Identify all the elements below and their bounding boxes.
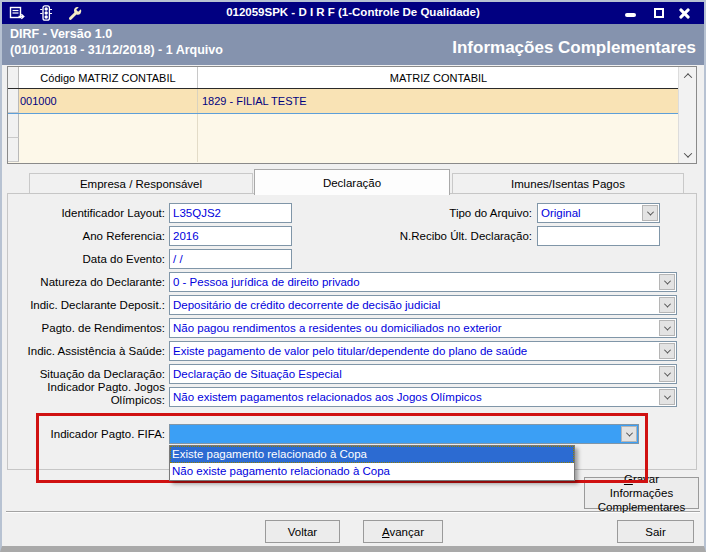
fifa-option-existe[interactable]: Existe pagamento relacionado à Copa [170, 446, 574, 463]
n-recibo-field[interactable] [537, 226, 660, 246]
close-icon[interactable] [677, 6, 692, 20]
chevron-up-icon[interactable] [679, 67, 696, 84]
chevron-down-icon[interactable] [659, 274, 675, 290]
indicador-pagto-jogos-label: Indicador Pagto. Jogos Olímpicos: [20, 381, 165, 407]
grid-header-row: Código MATRIZ CONTABIL MATRIZ CONTABIL [8, 67, 679, 89]
chevron-down-icon[interactable] [621, 426, 637, 442]
cell-codigo: 001000 [19, 89, 198, 113]
tipo-arquivo-label: Tipo do Arquivo: [332, 203, 532, 223]
minimize-icon[interactable] [623, 6, 638, 20]
fifa-option-nao-existe[interactable]: Não existe pagamento relacionado à Copa [170, 463, 574, 480]
header-band: DIRF - Versão 1.0 (01/01/2018 - 31/12/20… [2, 24, 704, 65]
situacao-declaracao-combobox[interactable]: Declaração de Situação Especial [169, 364, 677, 384]
ano-referencia-label: Ano Referencia: [20, 226, 165, 246]
gravar-informacoes-button[interactable]: Gravar Informações Complementares [584, 477, 699, 509]
tipo-arquivo-combobox[interactable]: Original [537, 203, 660, 223]
voltar-button[interactable]: Voltar [265, 520, 340, 543]
row-indicator [8, 114, 19, 138]
cell-matriz: 1829 - FILIAL TESTE [198, 89, 679, 113]
sair-button[interactable]: Sair [617, 520, 694, 543]
form-icon[interactable] [8, 5, 26, 21]
avancar-button[interactable]: Avançar [363, 520, 443, 543]
natureza-declarante-combobox[interactable]: 0 - Pessoa jurídica de direito privado [169, 272, 677, 292]
chevron-down-icon[interactable] [642, 205, 658, 221]
indic-assistencia-saude-label: Indic. Assistência à Saúde: [20, 341, 165, 361]
table-row-empty[interactable] [8, 114, 679, 138]
matriz-grid: Código MATRIZ CONTABIL MATRIZ CONTABIL 0… [7, 66, 697, 164]
row-indicator-header [8, 67, 19, 88]
tipo-arquivo-value: Original [541, 207, 581, 219]
period-text: (01/01/2018 - 31/12/2018) - 1 Arquivo [10, 43, 223, 57]
chevron-down-icon[interactable] [659, 297, 675, 313]
pagto-rendimentos-combobox[interactable]: Não pagou rendimentos a residentes ou do… [169, 318, 677, 338]
table-row-selected[interactable]: 001000 1829 - FILIAL TESTE [8, 89, 679, 114]
indicador-pagto-fifa-combobox[interactable] [169, 424, 639, 444]
wrench-icon[interactable] [66, 5, 84, 21]
natureza-declarante-label: Natureza do Declarante: [20, 272, 165, 292]
indic-assistencia-saude-combobox[interactable]: Existe pagamento de valor pelo titular/d… [169, 341, 677, 361]
identificador-layout-field[interactable]: L35QJS2 [169, 203, 292, 223]
window-title: 012059SPK - D I R F (1-Controle De Quali… [102, 6, 604, 18]
grid-scrollbar[interactable] [678, 67, 696, 163]
indicador-pagto-fifa-label: Indicador Pagto. FIFA: [20, 424, 165, 444]
data-evento-label: Data do Evento: [20, 249, 165, 269]
row-indicator [8, 138, 19, 162]
app-window: 012059SPK - D I R F (1-Controle De Quali… [0, 0, 706, 552]
indic-declarante-deposit-combobox[interactable]: Depositário de crédito decorrente de dec… [169, 295, 677, 315]
bottom-separator [6, 511, 700, 513]
chevron-down-icon[interactable] [659, 389, 675, 405]
tab-empresa-responsavel[interactable]: Empresa / Responsável [29, 173, 253, 194]
data-evento-field[interactable]: / / [169, 249, 292, 269]
pagto-rendimentos-label: Pagto. de Rendimentos: [20, 318, 165, 338]
row-indicator [8, 89, 19, 113]
app-version-text: DIRF - Versão 1.0 [10, 27, 112, 41]
tab-strip: Empresa / Responsável Declaração Imunes/… [7, 168, 697, 194]
traffic-light-icon[interactable] [37, 5, 55, 21]
fifa-dropdown-list: Existe pagamento relacionado à Copa Não … [169, 445, 575, 481]
n-recibo-label: N.Recibo Últ. Declaração: [332, 226, 532, 246]
titlebar: 012059SPK - D I R F (1-Controle De Quali… [2, 2, 704, 24]
chevron-down-icon[interactable] [659, 366, 675, 382]
chevron-down-icon[interactable] [659, 343, 675, 359]
chevron-down-icon[interactable] [679, 146, 696, 163]
ano-referencia-field[interactable]: 2016 [169, 226, 292, 246]
table-row-empty[interactable] [8, 138, 679, 162]
identificador-layout-label: Identificador Layout: [20, 203, 165, 223]
maximize-icon[interactable] [651, 6, 666, 20]
column-header-matriz[interactable]: MATRIZ CONTABIL [198, 67, 679, 88]
column-header-codigo[interactable]: Código MATRIZ CONTABIL [19, 67, 198, 88]
page-title: Informações Complementares [452, 38, 696, 58]
tab-declaracao[interactable]: Declaração [254, 169, 450, 195]
indic-declarante-deposit-label: Indic. Declarante Deposit.: [20, 295, 165, 315]
tab-imunes-isentas-pagos[interactable]: Imunes/Isentas Pagos [452, 173, 684, 194]
indicador-pagto-jogos-combobox[interactable]: Não existem pagamentos relacionados aos … [169, 387, 677, 407]
chevron-down-icon[interactable] [659, 320, 675, 336]
